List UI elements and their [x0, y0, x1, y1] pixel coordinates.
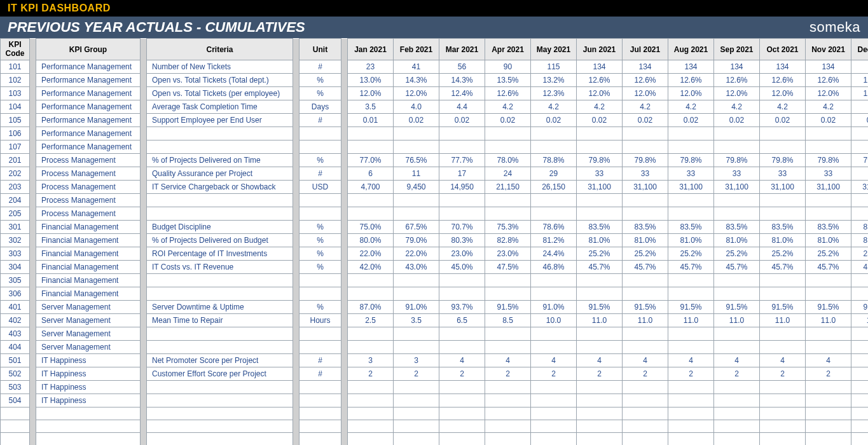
cell-val[interactable]: 0.01 — [348, 114, 394, 127]
cell-unit[interactable] — [300, 140, 341, 154]
cell-val[interactable] — [760, 420, 806, 433]
cell-val[interactable]: 47.5% — [485, 261, 531, 274]
cell-val[interactable] — [531, 140, 577, 154]
cell-val[interactable] — [760, 274, 806, 287]
cell-unit[interactable] — [300, 381, 341, 394]
cell-code[interactable]: 403 — [1, 327, 30, 341]
cell-group[interactable] — [36, 420, 141, 433]
cell-code[interactable] — [1, 433, 30, 446]
cell-code[interactable]: 404 — [1, 341, 30, 354]
header-group[interactable]: KPI Group — [36, 39, 141, 60]
cell-val[interactable]: 93.7% — [439, 301, 485, 314]
cell-val[interactable]: 91.5% — [485, 301, 531, 314]
cell-val[interactable] — [714, 140, 760, 154]
cell-val[interactable]: 2 — [623, 367, 668, 381]
cell-val[interactable] — [668, 420, 714, 433]
cell-val[interactable] — [485, 140, 531, 154]
cell-val[interactable] — [439, 327, 485, 341]
cell-val[interactable] — [851, 407, 869, 420]
header-month[interactable]: Feb 2021 — [394, 39, 439, 60]
cell-val[interactable] — [531, 127, 577, 140]
cell-val[interactable] — [348, 127, 394, 140]
cell-val[interactable]: 25.2% — [714, 247, 760, 261]
cell-val[interactable] — [760, 394, 806, 407]
cell-criteria[interactable]: % of Projects Delivered on Budget — [147, 234, 293, 247]
cell-val[interactable]: 12.0% — [394, 87, 439, 100]
cell-val[interactable] — [439, 341, 485, 354]
header-month[interactable]: Sep 2021 — [714, 39, 760, 60]
cell-val[interactable]: 134 — [806, 60, 851, 74]
cell-val[interactable]: 77.0% — [348, 154, 394, 167]
cell-code[interactable]: 102 — [1, 74, 30, 87]
cell-code[interactable]: 502 — [1, 367, 30, 381]
cell-val[interactable] — [348, 341, 394, 354]
cell-val[interactable]: 91.0% — [394, 301, 439, 314]
header-month[interactable]: Aug 2021 — [668, 39, 714, 60]
cell-val[interactable]: 11.0 — [851, 314, 869, 327]
cell-code[interactable]: 303 — [1, 247, 30, 261]
cell-val[interactable]: 12.6% — [760, 74, 806, 87]
header-criteria[interactable]: Criteria — [147, 39, 293, 60]
cell-val[interactable]: 25.2% — [851, 247, 869, 261]
cell-unit[interactable] — [300, 274, 341, 287]
cell-val[interactable] — [851, 127, 869, 140]
cell-val[interactable] — [806, 207, 851, 221]
cell-val[interactable] — [668, 433, 714, 446]
cell-val[interactable]: 79.8% — [851, 154, 869, 167]
header-month[interactable]: Apr 2021 — [485, 39, 531, 60]
cell-group[interactable]: Server Management — [36, 314, 141, 327]
cell-val[interactable] — [348, 407, 394, 420]
cell-group[interactable]: Server Management — [36, 301, 141, 314]
cell-val[interactable] — [577, 341, 623, 354]
cell-criteria[interactable]: IT Service Chargeback or Showback — [147, 181, 293, 194]
cell-val[interactable] — [760, 341, 806, 354]
cell-val[interactable] — [806, 274, 851, 287]
cell-val[interactable] — [577, 407, 623, 420]
cell-val[interactable]: 14,950 — [439, 181, 485, 194]
cell-val[interactable]: 4.2 — [806, 100, 851, 114]
header-month[interactable]: Jan 2021 — [348, 39, 394, 60]
cell-val[interactable]: 11.0 — [714, 314, 760, 327]
cell-val[interactable]: 10.0 — [531, 314, 577, 327]
cell-val[interactable] — [760, 433, 806, 446]
cell-val[interactable] — [714, 327, 760, 341]
cell-val[interactable]: 25.2% — [577, 247, 623, 261]
cell-val[interactable]: 12.4% — [439, 87, 485, 100]
cell-unit[interactable] — [300, 207, 341, 221]
cell-val[interactable]: 81.0% — [760, 234, 806, 247]
cell-val[interactable] — [348, 327, 394, 341]
cell-val[interactable] — [531, 194, 577, 207]
cell-val[interactable] — [394, 140, 439, 154]
cell-val[interactable]: 6 — [348, 167, 394, 181]
cell-val[interactable]: 2 — [806, 367, 851, 381]
cell-group[interactable]: Financial Management — [36, 261, 141, 274]
kpi-table[interactable]: KPI Code KPI Group Criteria Unit Jan 202… — [0, 38, 868, 445]
cell-val[interactable]: 4 — [714, 354, 760, 367]
cell-val[interactable]: 4.2 — [851, 100, 869, 114]
cell-val[interactable]: 26,150 — [531, 181, 577, 194]
cell-val[interactable] — [485, 207, 531, 221]
cell-val[interactable] — [485, 394, 531, 407]
cell-val[interactable]: 0.02 — [577, 114, 623, 127]
cell-val[interactable]: 91.0% — [531, 301, 577, 314]
cell-criteria[interactable] — [147, 433, 293, 446]
cell-group[interactable]: Financial Management — [36, 287, 141, 301]
cell-val[interactable] — [851, 207, 869, 221]
cell-val[interactable]: 79.8% — [668, 154, 714, 167]
cell-code[interactable]: 204 — [1, 194, 30, 207]
cell-criteria[interactable] — [147, 381, 293, 394]
cell-val[interactable]: 4.2 — [760, 100, 806, 114]
cell-val[interactable] — [439, 127, 485, 140]
cell-criteria[interactable] — [147, 127, 293, 140]
cell-val[interactable]: 31,100 — [668, 181, 714, 194]
cell-val[interactable]: 31,100 — [760, 181, 806, 194]
cell-val[interactable]: 79.8% — [806, 154, 851, 167]
cell-val[interactable]: 33 — [806, 167, 851, 181]
cell-val[interactable]: 45.7% — [806, 261, 851, 274]
cell-val[interactable]: 87.0% — [348, 301, 394, 314]
cell-val[interactable] — [760, 407, 806, 420]
cell-val[interactable] — [348, 274, 394, 287]
cell-val[interactable] — [668, 274, 714, 287]
cell-val[interactable] — [668, 207, 714, 221]
cell-code[interactable]: 402 — [1, 314, 30, 327]
